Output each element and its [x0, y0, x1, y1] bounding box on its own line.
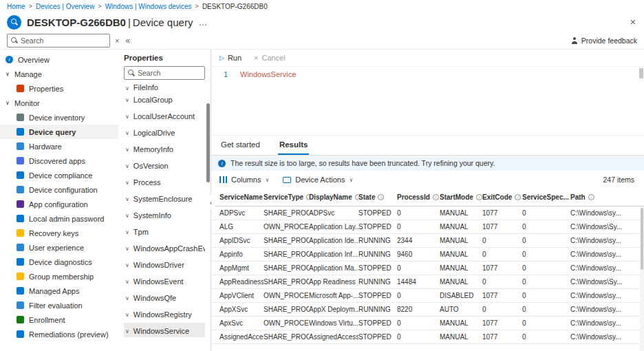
- column-header[interactable]: ProcessId i: [397, 193, 440, 201]
- property-entity[interactable]: ∨ WindowsRegistry: [124, 306, 205, 323]
- breadcrumb-link[interactable]: Windows | Windows devices: [105, 3, 192, 10]
- close-button[interactable]: ×: [630, 17, 637, 28]
- property-entity[interactable]: ∨ LogicalDrive: [124, 125, 205, 141]
- sidebar-item[interactable]: ∨ i Overview: [0, 52, 118, 67]
- column-header[interactable]: DisplayName i: [309, 193, 358, 201]
- content-area: ∨ i Overview ∨ Manage ∨ Properties ∨ Mon…: [0, 50, 644, 351]
- property-entity[interactable]: ∨ Tpm: [124, 224, 205, 240]
- sidebar-item[interactable]: ∨ Device query: [0, 125, 118, 139]
- column-header[interactable]: ServiceType i: [264, 193, 309, 201]
- table-row[interactable]: ApxSvc OWN_PROCESS Windows Virtu... STOP…: [211, 317, 644, 330]
- properties-search-input[interactable]: [138, 69, 201, 77]
- more-menu-button[interactable]: …: [198, 17, 208, 28]
- sidebar-item[interactable]: ∨ Filter evaluation: [0, 298, 118, 312]
- breadcrumb-link[interactable]: Devices | Overview: [36, 3, 94, 10]
- column-header[interactable]: ServiceName i: [211, 193, 264, 201]
- table-row[interactable]: AppReadiness SHARE_PROCESS App Readiness…: [211, 275, 644, 289]
- table-row[interactable]: ALG OWN_PROCESS Application Lay... STOPP…: [211, 220, 644, 234]
- table-row[interactable]: AppIDSvc SHARE_PROCESS Application Ide..…: [211, 234, 644, 248]
- cell-service-name: AppXSvc: [211, 306, 264, 313]
- sidebar-item[interactable]: ∨ Properties: [0, 81, 118, 96]
- sidebar-item-label: Remediations (preview): [29, 330, 109, 339]
- columns-button[interactable]: Columns ∨: [219, 176, 269, 184]
- column-label: ServiceSpec...: [522, 193, 569, 201]
- sidebar-item[interactable]: ∨ Local admin password: [0, 211, 118, 226]
- column-label: StartMode: [440, 193, 473, 201]
- property-entity-label: LocalUserAccount: [133, 112, 195, 120]
- table-row[interactable]: Appinfo SHARE_PROCESS Application Inf...…: [211, 248, 644, 262]
- sidebar-item[interactable]: ∨ Recovery keys: [0, 226, 118, 240]
- property-entity[interactable]: ∨ WindowsService: [124, 323, 205, 337]
- property-entity-label: WindowsQfe: [133, 294, 176, 302]
- property-entity[interactable]: ∨ LocalUserAccount: [124, 108, 205, 125]
- property-entity[interactable]: ∨ LocalGroup: [124, 92, 205, 108]
- table-row[interactable]: AssignedAccess... SHARE_PROCESS Assigned…: [211, 330, 644, 344]
- property-entity[interactable]: ∨ FileInfo: [124, 83, 205, 92]
- cell-exit-code: 1077: [482, 333, 522, 341]
- column-header[interactable]: ExitCode i: [482, 193, 522, 201]
- property-entity[interactable]: ∨ Process: [124, 174, 205, 191]
- property-entity[interactable]: ∨ WindowsDriver: [124, 257, 205, 273]
- property-entity[interactable]: ∨ WindowsQfe: [124, 290, 205, 306]
- sidebar-item[interactable]: ∨ Manage: [0, 67, 118, 81]
- run-button[interactable]: ▷ Run: [219, 54, 242, 62]
- sidebar-item[interactable]: ∨ Monitor: [0, 96, 118, 110]
- table-row[interactable]: AppVClient OWN_PROCESS Microsoft App-...…: [211, 289, 644, 303]
- scrollbar[interactable]: [640, 206, 644, 351]
- clear-search-button[interactable]: ×: [115, 36, 119, 45]
- cancel-button[interactable]: × Cancel: [254, 54, 286, 62]
- scrollbar-thumb[interactable]: [206, 103, 210, 182]
- sidebar-item[interactable]: ∨ Remediations (preview): [0, 327, 118, 341]
- sidebar-item[interactable]: ∨ Device configuration: [0, 182, 118, 197]
- filter-icon: [17, 301, 24, 309]
- property-entity-label: LocalGroup: [133, 96, 173, 104]
- apps-icon: [17, 157, 24, 164]
- property-entity[interactable]: ∨ SystemInfo: [124, 207, 205, 224]
- cell-state: STOPPED: [358, 209, 397, 217]
- sidebar-item[interactable]: ∨ Device inventory: [0, 110, 118, 125]
- cancel-x-icon: ×: [254, 54, 258, 62]
- results-table-header: ServiceName i ServiceType i DisplayName …: [211, 189, 644, 206]
- sidebar-item[interactable]: ∨ Discovered apps: [0, 153, 118, 168]
- collapse-menu-button[interactable]: «: [125, 36, 130, 45]
- cell-service-name: AssignedAccess...: [211, 333, 264, 341]
- property-entity[interactable]: ∨ MemoryInfo: [124, 141, 205, 158]
- sidebar-item[interactable]: ∨ Device compliance: [0, 168, 118, 182]
- provide-feedback-link[interactable]: Provide feedback: [571, 36, 637, 45]
- search-input[interactable]: [21, 36, 106, 45]
- property-entity[interactable]: ∨ OsVersion: [124, 158, 205, 174]
- sidebar-item[interactable]: ∨ Managed Apps: [0, 284, 118, 298]
- chevron-down-icon: ∨: [125, 130, 129, 136]
- breadcrumb-link[interactable]: DESKTOP-G266DB0: [202, 3, 268, 10]
- chevron-down-icon: ∨: [125, 196, 129, 202]
- sidebar-item[interactable]: ∨ App configuration: [0, 197, 118, 211]
- info-icon: i: [433, 194, 439, 200]
- sidebar-item-label: Device configuration: [29, 186, 98, 194]
- column-header[interactable]: Path i: [570, 193, 644, 201]
- sidebar-item[interactable]: ∨ Device diagnostics: [0, 255, 118, 269]
- collapse-panel-button[interactable]: ‹: [206, 195, 215, 209]
- cell-process-id: 0: [397, 264, 440, 272]
- table-row[interactable]: ADPSvc SHARE_PROCESS ADPSvc STOPPED 0 MA…: [211, 206, 644, 220]
- device-actions-button[interactable]: Device Actions ∨: [283, 176, 353, 184]
- sidebar-item[interactable]: ∨ User experience: [0, 240, 118, 255]
- column-header[interactable]: State i: [358, 193, 397, 201]
- column-header[interactable]: ServiceSpec... i: [522, 193, 570, 201]
- sidebar-item-label: Managed Apps: [29, 287, 79, 295]
- sidebar-item[interactable]: ∨ Hardware: [0, 139, 118, 153]
- query-editor[interactable]: 1 WindowsService: [211, 66, 644, 135]
- breadcrumb-item: Devices | Overview >: [36, 3, 105, 10]
- query-command-bar: ▷ Run × Cancel: [211, 50, 644, 66]
- column-header[interactable]: StartMode i: [440, 193, 482, 201]
- table-row[interactable]: AppXSvc SHARE_PROCESS AppX Deploym... RU…: [211, 303, 644, 317]
- sidebar-item[interactable]: ∨ Enrollment: [0, 312, 118, 327]
- scrollbar-thumb[interactable]: [639, 68, 643, 78]
- property-entity[interactable]: ∨ WindowsEvent: [124, 273, 205, 290]
- sidebar-item[interactable]: ∨ Group membership: [0, 269, 118, 284]
- property-entity[interactable]: ∨ SystemEnclosure: [124, 191, 205, 207]
- breadcrumb-link[interactable]: Home: [7, 3, 25, 10]
- table-row[interactable]: AppMgmt SHARE_PROCESS Application Ma... …: [211, 262, 644, 275]
- tab[interactable]: Results: [278, 136, 310, 155]
- property-entity[interactable]: ∨ WindowsAppCrashEvent: [124, 240, 205, 257]
- tab[interactable]: Get started: [219, 136, 261, 155]
